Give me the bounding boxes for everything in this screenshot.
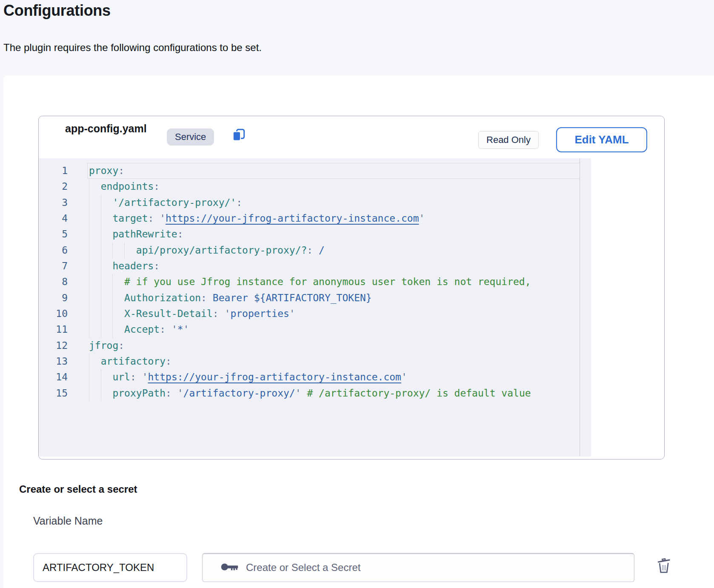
line-number: 10 (39, 306, 68, 322)
page-subtitle: The plugin requires the following config… (3, 42, 262, 54)
line-number: 1 (39, 163, 68, 179)
editor-scrollbar[interactable] (580, 158, 591, 457)
delete-secret-button[interactable] (654, 556, 674, 575)
code-line: url: 'https://your-jfrog-artifactory-ins… (87, 369, 580, 385)
code-line: pathRewrite: (87, 226, 580, 242)
code-line: Accept: '*' (87, 322, 580, 337)
line-number: 6 (39, 243, 68, 258)
editor-gutter: 123456789101112131415 (39, 163, 87, 401)
line-number: 2 (39, 179, 68, 194)
page: Configurations The plugin requires the f… (0, 0, 714, 588)
config-card: app-config.yaml Service Read Only Edit Y… (38, 116, 665, 460)
read-only-button[interactable]: Read Only (478, 131, 539, 149)
variable-name-label: Variable Name (33, 515, 103, 527)
copy-button[interactable] (231, 127, 247, 143)
code-line: proxy: (87, 163, 580, 179)
secret-section-heading: Create or select a secret (19, 483, 137, 495)
code-line: artifactory: (87, 354, 580, 369)
file-name: app-config.yaml (65, 123, 147, 135)
key-icon (220, 562, 239, 574)
line-number: 13 (39, 354, 68, 369)
line-number: 5 (39, 226, 68, 242)
yaml-editor[interactable]: 123456789101112131415 proxy: endpoints: … (39, 158, 591, 457)
line-number: 14 (39, 369, 68, 385)
code-line: target: 'https://your-jfrog-artifactory-… (87, 211, 580, 226)
line-number: 3 (39, 195, 68, 211)
line-number: 11 (39, 322, 68, 337)
line-number: 7 (39, 258, 68, 274)
line-number: 12 (39, 338, 68, 354)
secret-placeholder: Create or Select a Secret (246, 562, 360, 574)
page-title: Configurations (3, 2, 111, 20)
code-line: endpoints: (87, 179, 580, 194)
line-number: 15 (39, 385, 68, 401)
code-line: headers: (87, 258, 580, 274)
code-line: api/proxy/artifactory-proxy/?: / (87, 243, 580, 258)
code-line: Authorization: Bearer ${ARTIFACTORY_TOKE… (87, 290, 580, 306)
line-number: 9 (39, 290, 68, 306)
trash-icon (654, 569, 673, 576)
edit-yaml-button[interactable]: Edit YAML (556, 127, 647, 152)
variable-name-input[interactable] (33, 553, 187, 582)
copy-icon (231, 137, 246, 144)
line-number: 4 (39, 211, 68, 226)
editor-content[interactable]: proxy: endpoints: '/artifactory-proxy/':… (87, 163, 580, 401)
secret-select-input[interactable]: Create or Select a Secret (202, 553, 634, 582)
code-line: X-Result-Detail: 'properties' (87, 306, 580, 322)
code-line: '/artifactory-proxy/': (87, 195, 580, 211)
line-number: 8 (39, 274, 68, 290)
code-line: jfrog: (87, 338, 580, 354)
code-line: proxyPath: '/artifactory-proxy/' # /arti… (87, 385, 580, 401)
service-badge: Service (167, 128, 214, 146)
code-line: # if you use Jfrog instance for anonymou… (87, 274, 580, 290)
